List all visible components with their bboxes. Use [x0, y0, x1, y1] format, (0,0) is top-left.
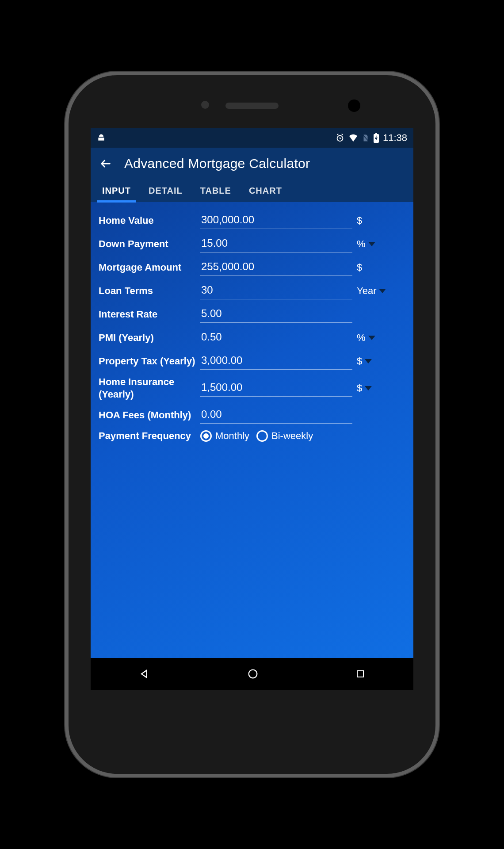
- input-down-payment[interactable]: [200, 235, 352, 252]
- radio-unchecked-icon: [256, 430, 268, 442]
- status-bar: 11:38: [91, 128, 413, 148]
- chevron-down-icon: [365, 386, 372, 390]
- label-pmi: PMI (Yearly): [99, 332, 196, 344]
- phone-sensor: [201, 101, 209, 109]
- input-pmi[interactable]: [200, 329, 352, 346]
- unit-home-insurance-text: $: [357, 382, 362, 394]
- square-recent-icon: [355, 669, 366, 679]
- row-payment-frequency: Payment Frequency Monthly Bi-weekly: [99, 430, 405, 442]
- unit-select-down-payment[interactable]: %: [357, 238, 405, 250]
- nav-home-button[interactable]: [247, 668, 259, 680]
- svg-point-5: [249, 670, 257, 678]
- tab-table[interactable]: TABLE: [199, 180, 233, 202]
- no-sim-icon: [362, 134, 370, 142]
- input-hoa[interactable]: [200, 406, 352, 424]
- payment-frequency-options: Monthly Bi-weekly: [200, 430, 405, 442]
- unit-select-home-insurance[interactable]: $: [357, 382, 405, 394]
- row-interest-rate: Interest Rate: [99, 306, 405, 323]
- phone-camera: [348, 99, 360, 112]
- label-loan-terms: Loan Terms: [99, 285, 196, 297]
- back-button[interactable]: [98, 156, 114, 172]
- radio-biweekly-label: Bi-weekly: [271, 430, 313, 442]
- tab-detail[interactable]: DETAIL: [147, 180, 184, 202]
- radio-monthly-label: Monthly: [215, 430, 249, 442]
- screen: 11:38 Advanced Mortgage Calculator INPUT…: [91, 128, 413, 690]
- radio-monthly[interactable]: Monthly: [200, 430, 249, 442]
- phone-frame: 11:38 Advanced Mortgage Calculator INPUT…: [69, 75, 435, 774]
- arrow-left-icon: [99, 157, 112, 170]
- unit-pmi-text: %: [357, 332, 366, 344]
- label-home-value: Home Value: [99, 214, 196, 227]
- android-nav-bar: [91, 658, 413, 690]
- app-bar: Advanced Mortgage Calculator INPUT DETAI…: [91, 148, 413, 202]
- unit-select-pmi[interactable]: %: [357, 332, 405, 344]
- chevron-down-icon: [365, 359, 372, 363]
- row-pmi: PMI (Yearly) %: [99, 329, 405, 346]
- unit-select-property-tax[interactable]: $: [357, 356, 405, 367]
- input-interest-rate[interactable]: [200, 306, 352, 323]
- unit-home-value: $: [357, 215, 405, 226]
- input-form: Home Value $ Down Payment % Mortgage Amo…: [91, 202, 413, 658]
- nav-recent-button[interactable]: [355, 669, 366, 679]
- chevron-down-icon: [368, 336, 375, 340]
- triangle-back-icon: [138, 668, 151, 680]
- unit-down-payment-text: %: [357, 238, 366, 250]
- radio-checked-icon: [200, 430, 212, 442]
- row-hoa: HOA Fees (Monthly): [99, 406, 405, 424]
- svg-rect-4: [375, 133, 377, 134]
- phone-speaker: [225, 103, 279, 109]
- tab-input[interactable]: INPUT: [100, 180, 133, 202]
- chevron-down-icon: [368, 242, 375, 246]
- input-home-value[interactable]: [200, 212, 352, 229]
- unit-loan-terms-text: Year: [357, 285, 376, 297]
- label-down-payment: Down Payment: [99, 238, 196, 250]
- label-property-tax: Property Tax (Yearly): [99, 355, 196, 367]
- chevron-down-icon: [379, 289, 386, 293]
- stage: 11:38 Advanced Mortgage Calculator INPUT…: [0, 0, 504, 849]
- svg-rect-6: [357, 671, 363, 677]
- row-down-payment: Down Payment %: [99, 235, 405, 252]
- row-home-value: Home Value $: [99, 212, 405, 229]
- input-mortgage-amount[interactable]: [200, 259, 352, 276]
- alarm-icon: [335, 133, 345, 143]
- label-home-insurance: Home Insurance (Yearly): [99, 376, 196, 400]
- row-property-tax: Property Tax (Yearly) $: [99, 352, 405, 370]
- input-home-insurance[interactable]: [200, 379, 352, 397]
- label-payment-frequency: Payment Frequency: [99, 430, 196, 442]
- wifi-icon: [348, 133, 358, 143]
- label-hoa: HOA Fees (Monthly): [99, 409, 196, 421]
- row-loan-terms: Loan Terms Year: [99, 282, 405, 299]
- page-title: Advanced Mortgage Calculator: [124, 156, 310, 171]
- input-loan-terms[interactable]: [200, 282, 352, 299]
- tabs: INPUT DETAIL TABLE CHART: [98, 180, 406, 202]
- circle-home-icon: [247, 668, 259, 680]
- tab-chart[interactable]: CHART: [247, 180, 284, 202]
- battery-charging-icon: [373, 133, 379, 143]
- unit-property-tax-text: $: [357, 356, 362, 367]
- unit-mortgage-amount: $: [357, 262, 405, 273]
- unit-select-loan-terms[interactable]: Year: [357, 285, 405, 297]
- label-interest-rate: Interest Rate: [99, 308, 196, 321]
- row-mortgage-amount: Mortgage Amount $: [99, 259, 405, 276]
- status-time: 11:38: [383, 132, 407, 144]
- label-mortgage-amount: Mortgage Amount: [99, 261, 196, 274]
- android-head-icon: [97, 134, 106, 142]
- input-property-tax[interactable]: [200, 352, 352, 370]
- row-home-insurance: Home Insurance (Yearly) $: [99, 376, 405, 400]
- nav-back-button[interactable]: [138, 668, 151, 680]
- radio-biweekly[interactable]: Bi-weekly: [256, 430, 313, 442]
